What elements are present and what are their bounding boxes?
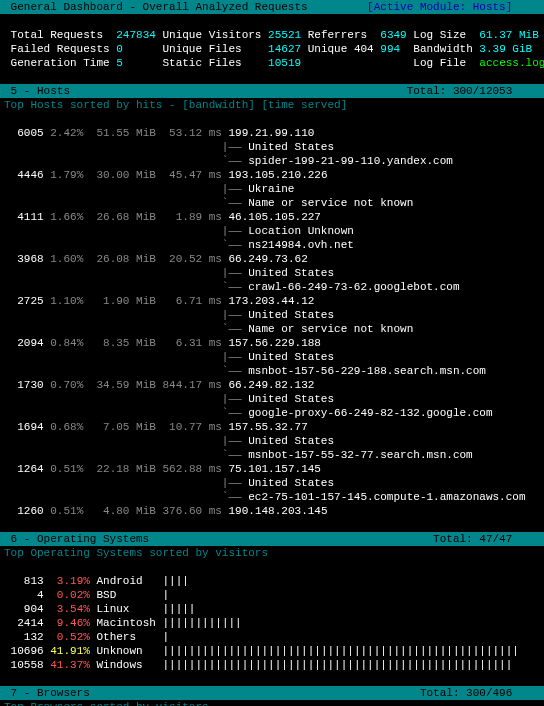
active-module: [Active Module: Hosts] [367,1,512,13]
panel-total: Total: 47/47 [433,533,512,545]
host-name: google-proxy-66-249-82-132.google.com [248,407,492,419]
host-country: United States [248,141,334,153]
host-name: Name or service not known [248,323,413,335]
host-name: crawl-66-249-73-62.googlebot.com [248,281,459,293]
host-name: msnbot-157-56-229-188.search.msn.com [248,365,486,377]
host-ip: 157.56.229.188 [229,337,321,349]
host-child: |—— United States [0,308,544,322]
host-bw: 34.59 MiB [90,379,156,391]
host-bw: 4.80 MiB [90,505,156,517]
os-row[interactable]: 132 0.52% Others | [0,630,544,644]
host-child: `—— ec2-75-101-157-145.compute-1.amazona… [0,490,544,504]
host-country: Location Unknown [248,225,354,237]
host-ip: 66.249.82.132 [229,379,315,391]
host-ts: 45.47 ms [162,169,221,181]
host-pct: 1.60% [50,253,83,265]
host-row[interactable]: 1730 0.70% 34.59 MiB 844.17 ms 66.249.82… [0,378,544,392]
host-name: ns214984.ovh.net [248,239,354,251]
stat-label: Log File [413,57,479,69]
tree-branch-icon: |—— [222,393,248,405]
host-bw: 7.05 MiB [90,421,156,433]
tree-branch-icon: |—— [222,267,248,279]
host-child: |—— Ukraine [0,182,544,196]
host-bw: 26.68 MiB [90,211,156,223]
host-child: |—— United States [0,476,544,490]
tree-branch-end-icon: `—— [222,491,248,503]
host-ts: 53.12 ms [162,127,221,139]
host-pct: 1.10% [50,295,83,307]
host-hits: 2725 [11,295,44,307]
host-country: United States [248,435,334,447]
os-row[interactable]: 904 3.54% Linux ||||| [0,602,544,616]
panel-header[interactable]: 7 - Browsers Total: 300/496 [0,686,544,700]
host-row[interactable]: 2094 0.84% 8.35 MiB 6.31 ms 157.56.229.1… [0,336,544,350]
stat-value: 3.39 GiB [479,43,532,55]
host-ip: 46.105.105.227 [229,211,321,223]
host-row[interactable]: 6005 2.42% 51.55 MiB 53.12 ms 199.21.99.… [0,126,544,140]
os-row[interactable]: 2414 9.46% Macintosh |||||||||||| [0,616,544,630]
os-row[interactable]: 10558 41.37% Windows |||||||||||||||||||… [0,658,544,672]
host-child: |—— Location Unknown [0,224,544,238]
os-row[interactable]: 4 0.02% BSD | [0,588,544,602]
spacer [0,672,544,686]
panel-title: 6 - Operating Systems [4,533,149,545]
host-pct: 1.79% [50,169,83,181]
spacer [0,518,544,532]
host-hits: 1730 [11,379,44,391]
stat-label: Total Requests [11,29,117,41]
host-row[interactable]: 3968 1.60% 26.08 MiB 20.52 ms 66.249.73.… [0,252,544,266]
host-country: Ukraine [248,183,294,195]
os-hits: 904 [11,603,44,615]
bar-chart: |||||||||||| [162,617,241,629]
os-hits: 132 [11,631,44,643]
tree-branch-end-icon: `—— [222,155,248,167]
bar-chart: ||||| [162,603,195,615]
os-row[interactable]: 10696 41.91% Unknown |||||||||||||||||||… [0,644,544,658]
host-bw: 30.00 MiB [90,169,156,181]
host-child: |—— United States [0,266,544,280]
spacer [0,14,544,28]
os-name: Windows [96,659,162,671]
host-pct: 0.51% [50,463,83,475]
host-ip: 173.203.44.12 [229,295,315,307]
os-name: Macintosh [96,617,162,629]
stat-value: 5 [116,57,162,69]
tree-branch-end-icon: `—— [222,449,248,461]
panel-subtitle: Top Hosts sorted by hits - [bandwidth] [… [0,98,544,112]
stat-value: 6349 [380,29,413,41]
host-hits: 6005 [11,127,44,139]
spacer [0,112,544,126]
host-row[interactable]: 1694 0.68% 7.05 MiB 10.77 ms 157.55.32.7… [0,420,544,434]
os-pct: 41.37% [50,659,90,671]
host-country: United States [248,309,334,321]
bar-chart: | [162,631,169,643]
host-row[interactable]: 4111 1.66% 26.68 MiB 1.89 ms 46.105.105.… [0,210,544,224]
stat-value: 25521 [268,29,308,41]
os-pct: 0.02% [50,589,90,601]
host-country: United States [248,267,334,279]
host-child: `—— msnbot-157-55-32-77.search.msn.com [0,448,544,462]
host-row[interactable]: 2725 1.10% 1.90 MiB 6.71 ms 173.203.44.1… [0,294,544,308]
host-pct: 0.51% [50,505,83,517]
panel-header[interactable]: 5 - Hosts Total: 300/12053 [0,84,544,98]
host-ip: 199.21.99.110 [229,127,315,139]
stat-label: Bandwidth [413,43,479,55]
host-row[interactable]: 1260 0.51% 4.80 MiB 376.60 ms 190.148.20… [0,504,544,518]
panel-title: 7 - Browsers [4,687,90,699]
os-name: Linux [96,603,162,615]
host-row[interactable]: 4446 1.79% 30.00 MiB 45.47 ms 193.105.21… [0,168,544,182]
os-hits: 10558 [11,659,44,671]
stat-value: 247834 [116,29,162,41]
host-country: United States [248,477,334,489]
os-pct: 3.19% [50,575,90,587]
tree-branch-end-icon: `—— [222,197,248,209]
os-pct: 0.52% [50,631,90,643]
panel-total: Total: 300/12053 [407,85,513,97]
panel-header[interactable]: 6 - Operating Systems Total: 47/47 [0,532,544,546]
bar-chart: |||| [162,575,188,587]
tree-branch-end-icon: `—— [222,407,248,419]
host-child: `—— spider-199-21-99-110.yandex.com [0,154,544,168]
host-row[interactable]: 1264 0.51% 22.18 MiB 562.88 ms 75.101.15… [0,462,544,476]
host-ts: 20.52 ms [162,253,221,265]
os-row[interactable]: 813 3.19% Android |||| [0,574,544,588]
